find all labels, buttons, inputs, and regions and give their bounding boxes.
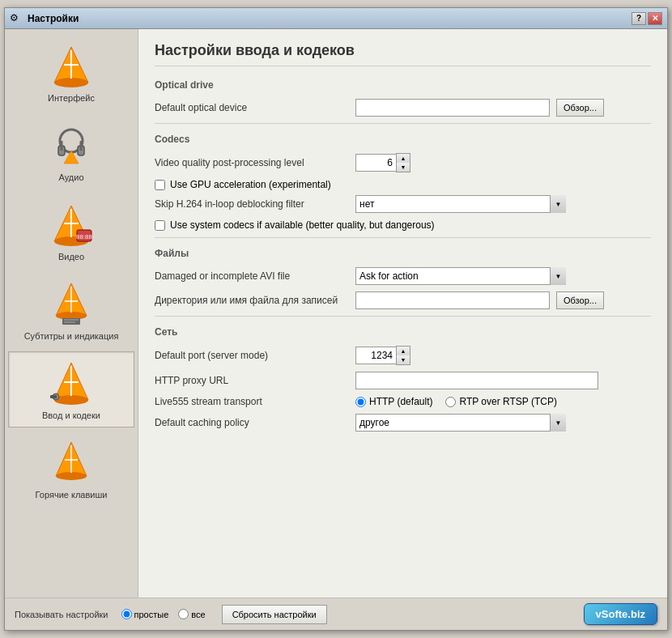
sys-codecs-label: Use system codecs if available (better q… — [170, 219, 435, 231]
live555-rtp-label: RTP over RTSP (TCP) — [459, 396, 556, 407]
hotkeys-icon — [47, 438, 96, 487]
section-network: Сеть — [155, 326, 651, 339]
sidebar-item-video[interactable]: 88:88 Видео — [8, 193, 134, 269]
vq-up-button[interactable]: ▲ — [397, 154, 410, 163]
optical-device-row: Default optical device Обзор... — [155, 99, 651, 117]
gpu-checkbox[interactable] — [155, 180, 165, 190]
svg-rect-21 — [62, 318, 80, 325]
sidebar-item-interface[interactable]: Интерфейс — [8, 34, 134, 110]
input-icon — [47, 359, 96, 407]
divider-3 — [155, 316, 651, 317]
help-button[interactable]: ? — [632, 12, 646, 25]
subtitles-icon — [47, 279, 96, 328]
live555-http-option[interactable]: HTTP (default) — [355, 396, 432, 407]
skip-select[interactable]: нет All Non-ref — [355, 195, 566, 213]
damaged-select[interactable]: Ask for action Repair Always repair Igno… — [355, 267, 566, 285]
sidebar-item-video-label: Видео — [58, 252, 84, 262]
show-settings-label: Показывать настройки — [15, 610, 108, 619]
sidebar-item-hotkeys-label: Горячие клавиши — [36, 490, 108, 500]
vq-spinner: ▲ ▼ — [355, 153, 410, 172]
sidebar-item-input-label: Ввод и кодеки — [42, 410, 100, 420]
damaged-dropdown-wrap: Ask for action Repair Always repair Igno… — [355, 267, 566, 285]
sidebar-item-hotkeys[interactable]: Горячие клавиши — [8, 431, 134, 507]
simple-settings-option[interactable]: простые — [121, 609, 169, 619]
svg-text:88:88: 88:88 — [76, 233, 93, 240]
vq-spinner-buttons: ▲ ▼ — [396, 153, 410, 172]
section-optical: Optical drive — [155, 79, 651, 92]
audio-icon — [47, 121, 96, 169]
divider-1 — [155, 123, 651, 124]
all-settings-option[interactable]: все — [178, 609, 205, 619]
caching-dropdown-wrap: другое Custom Lowest latency Low latency… — [355, 414, 566, 432]
simple-settings-radio[interactable] — [121, 609, 132, 619]
vq-down-button[interactable]: ▼ — [397, 163, 410, 172]
sidebar-item-subtitles[interactable]: Субтитры и индикация — [8, 272, 134, 348]
live555-http-label: HTTP (default) — [369, 396, 432, 407]
vq-row: Video quality post-processing level ▲ ▼ — [155, 153, 651, 172]
all-settings-label: все — [191, 610, 205, 619]
titlebar-icon: ⚙ — [10, 12, 23, 25]
damaged-label: Damaged or incomplete AVI file — [155, 270, 349, 282]
live555-row: Live555 stream transport HTTP (default) … — [155, 396, 651, 407]
http-proxy-input[interactable] — [355, 372, 598, 389]
bottom-bar: Показывать настройки простые все Сбросит… — [5, 598, 667, 630]
http-proxy-row: HTTP proxy URL — [155, 372, 651, 389]
skip-label: Skip H.264 in-loop deblocking filter — [155, 198, 349, 210]
simple-settings-label: простые — [134, 610, 169, 619]
gpu-row: Use GPU acceleration (experimental) — [155, 179, 651, 190]
titlebar-buttons: ? ✕ — [632, 12, 662, 25]
damaged-row: Damaged or incomplete AVI file Ask for a… — [155, 267, 651, 285]
sidebar-item-interface-label: Интерфейс — [48, 93, 95, 103]
svg-point-2 — [54, 78, 88, 87]
titlebar: ⚙ Настройки ? ✕ — [5, 8, 667, 29]
port-spinner-buttons: ▲ ▼ — [396, 346, 410, 365]
skip-row: Skip H.264 in-loop deblocking filter нет… — [155, 195, 651, 213]
titlebar-title: Настройки — [28, 13, 632, 24]
sidebar-item-audio[interactable]: Аудио — [8, 113, 134, 189]
badge-area: vSofte.biz — [584, 603, 657, 625]
section-files: Файлы — [155, 248, 651, 261]
video-icon: 88:88 — [47, 200, 96, 249]
optical-device-label: Default optical device — [155, 102, 349, 113]
close-button[interactable]: ✕ — [648, 12, 662, 25]
skip-dropdown-wrap: нет All Non-ref ▼ — [355, 195, 566, 213]
dir-input[interactable] — [355, 291, 550, 309]
port-label: Default port (server mode) — [155, 350, 349, 361]
vq-input[interactable] — [355, 154, 396, 172]
live555-label: Live555 stream transport — [155, 396, 349, 407]
interface-icon — [47, 41, 96, 90]
svg-point-31 — [56, 472, 87, 480]
section-codecs: Codecs — [155, 134, 651, 147]
svg-rect-29 — [50, 395, 57, 398]
port-spinner: ▲ ▼ — [355, 346, 410, 365]
sidebar-item-input[interactable]: Ввод и кодеки — [8, 351, 134, 427]
main-panel: Настройки ввода и кодеков Optical drive … — [138, 29, 667, 598]
all-settings-radio[interactable] — [178, 609, 189, 619]
divider-2 — [155, 237, 651, 238]
reset-button[interactable]: Сбросить настройки — [222, 605, 327, 624]
dir-browse-button[interactable]: Обзор... — [556, 291, 604, 309]
optical-device-input[interactable] — [355, 99, 550, 117]
vsofte-badge: vSofte.biz — [584, 603, 657, 625]
port-input[interactable] — [355, 347, 396, 364]
sidebar-item-audio-label: Аудио — [58, 172, 83, 182]
caching-select[interactable]: другое Custom Lowest latency Low latency… — [355, 414, 566, 432]
sys-codecs-checkbox[interactable] — [155, 220, 165, 231]
svg-marker-10 — [64, 151, 79, 164]
sidebar: Интерфейс Аудио — [5, 29, 138, 598]
dir-label: Директория или имя файла для записей — [155, 295, 349, 306]
live555-http-radio[interactable] — [355, 397, 366, 407]
port-row: Default port (server mode) ▲ ▼ — [155, 346, 651, 365]
gpu-label: Use GPU acceleration (experimental) — [170, 179, 331, 190]
dir-row: Директория или имя файла для записей Обз… — [155, 291, 651, 309]
live555-rtp-radio[interactable] — [445, 397, 456, 407]
caching-label: Default caching policy — [155, 417, 349, 428]
port-down-button[interactable]: ▼ — [397, 355, 410, 364]
page-title: Настройки ввода и кодеков — [155, 42, 651, 66]
live555-radio-group: HTTP (default) RTP over RTSP (TCP) — [355, 396, 557, 407]
vq-label: Video quality post-processing level — [155, 157, 349, 168]
live555-rtp-option[interactable]: RTP over RTSP (TCP) — [445, 396, 556, 407]
port-up-button[interactable]: ▲ — [397, 347, 410, 355]
sidebar-item-subtitles-label: Субтитры и индикация — [24, 331, 119, 341]
optical-browse-button[interactable]: Обзор... — [556, 99, 604, 117]
